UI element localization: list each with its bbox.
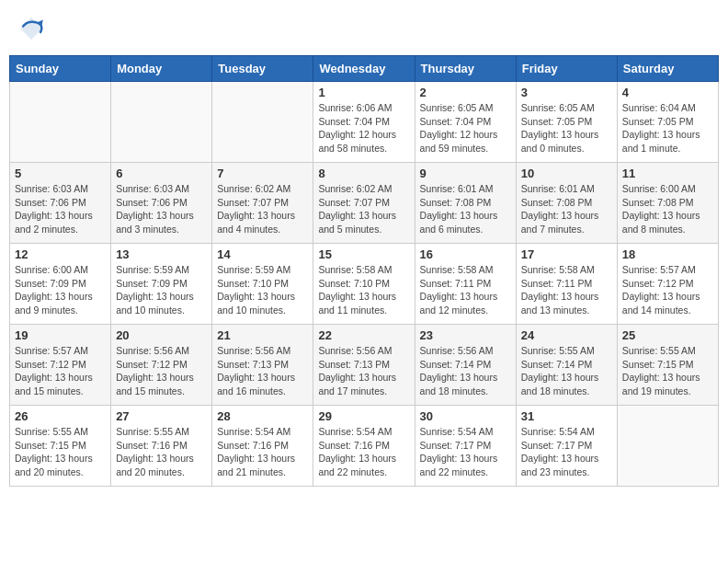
day-number: 21 xyxy=(217,328,308,342)
day-number: 19 xyxy=(15,328,106,342)
day-info: Sunrise: 5:56 AM Sunset: 7:12 PM Dayligh… xyxy=(116,344,207,398)
calendar-cell: 11Sunrise: 6:00 AM Sunset: 7:08 PM Dayli… xyxy=(617,163,718,244)
day-number: 4 xyxy=(622,86,713,99)
day-number: 25 xyxy=(622,328,713,342)
calendar-cell xyxy=(10,82,111,163)
day-number: 24 xyxy=(521,328,612,342)
day-info: Sunrise: 6:01 AM Sunset: 7:08 PM Dayligh… xyxy=(420,182,511,236)
weekday-header-wednesday: Wednesday xyxy=(313,56,415,82)
day-number: 31 xyxy=(521,409,612,423)
calendar-cell: 14Sunrise: 5:59 AM Sunset: 7:10 PM Dayli… xyxy=(212,244,313,325)
calendar-cell: 6Sunrise: 6:03 AM Sunset: 7:06 PM Daylig… xyxy=(111,163,212,244)
calendar-cell: 24Sunrise: 5:55 AM Sunset: 7:14 PM Dayli… xyxy=(516,325,617,406)
calendar-cell: 2Sunrise: 6:05 AM Sunset: 7:04 PM Daylig… xyxy=(415,82,516,163)
calendar-cell: 30Sunrise: 5:54 AM Sunset: 7:17 PM Dayli… xyxy=(415,406,516,487)
day-info: Sunrise: 5:55 AM Sunset: 7:15 PM Dayligh… xyxy=(622,344,713,398)
calendar-cell xyxy=(212,82,313,163)
calendar-cell: 17Sunrise: 5:58 AM Sunset: 7:11 PM Dayli… xyxy=(516,244,617,325)
weekday-header-sunday: Sunday xyxy=(10,56,111,82)
week-row-5: 26Sunrise: 5:55 AM Sunset: 7:15 PM Dayli… xyxy=(10,406,719,487)
day-info: Sunrise: 5:55 AM Sunset: 7:14 PM Dayligh… xyxy=(521,344,612,398)
calendar-cell xyxy=(111,82,212,163)
day-info: Sunrise: 5:54 AM Sunset: 7:17 PM Dayligh… xyxy=(521,425,612,479)
calendar-cell: 12Sunrise: 6:00 AM Sunset: 7:09 PM Dayli… xyxy=(10,244,111,325)
day-number: 29 xyxy=(318,409,409,423)
calendar-cell: 10Sunrise: 6:01 AM Sunset: 7:08 PM Dayli… xyxy=(516,163,617,244)
day-info: Sunrise: 6:04 AM Sunset: 7:05 PM Dayligh… xyxy=(622,101,713,155)
day-info: Sunrise: 5:58 AM Sunset: 7:10 PM Dayligh… xyxy=(318,263,409,317)
day-number: 9 xyxy=(420,167,511,180)
day-info: Sunrise: 5:58 AM Sunset: 7:11 PM Dayligh… xyxy=(420,263,511,317)
calendar-cell: 29Sunrise: 5:54 AM Sunset: 7:16 PM Dayli… xyxy=(313,406,415,487)
day-info: Sunrise: 5:56 AM Sunset: 7:14 PM Dayligh… xyxy=(420,344,511,398)
day-number: 20 xyxy=(116,328,207,342)
calendar-cell: 25Sunrise: 5:55 AM Sunset: 7:15 PM Dayli… xyxy=(617,325,718,406)
day-number: 28 xyxy=(217,409,308,423)
day-number: 18 xyxy=(622,247,713,261)
day-info: Sunrise: 5:55 AM Sunset: 7:16 PM Dayligh… xyxy=(116,425,207,479)
calendar-cell: 9Sunrise: 6:01 AM Sunset: 7:08 PM Daylig… xyxy=(415,163,516,244)
day-info: Sunrise: 5:54 AM Sunset: 7:16 PM Dayligh… xyxy=(217,425,308,479)
day-info: Sunrise: 6:01 AM Sunset: 7:08 PM Dayligh… xyxy=(521,182,612,236)
day-info: Sunrise: 5:56 AM Sunset: 7:13 PM Dayligh… xyxy=(217,344,308,398)
calendar-cell: 23Sunrise: 5:56 AM Sunset: 7:14 PM Dayli… xyxy=(415,325,516,406)
day-info: Sunrise: 6:06 AM Sunset: 7:04 PM Dayligh… xyxy=(318,101,409,155)
day-info: Sunrise: 5:59 AM Sunset: 7:09 PM Dayligh… xyxy=(116,263,207,317)
day-info: Sunrise: 5:56 AM Sunset: 7:13 PM Dayligh… xyxy=(318,344,409,398)
day-info: Sunrise: 5:59 AM Sunset: 7:10 PM Dayligh… xyxy=(217,263,308,317)
calendar-cell: 5Sunrise: 6:03 AM Sunset: 7:06 PM Daylig… xyxy=(10,163,111,244)
day-number: 3 xyxy=(521,86,612,99)
day-info: Sunrise: 6:05 AM Sunset: 7:05 PM Dayligh… xyxy=(521,101,612,155)
day-info: Sunrise: 6:02 AM Sunset: 7:07 PM Dayligh… xyxy=(217,182,308,236)
week-row-4: 19Sunrise: 5:57 AM Sunset: 7:12 PM Dayli… xyxy=(10,325,719,406)
day-number: 16 xyxy=(420,247,511,261)
day-number: 10 xyxy=(521,167,612,180)
day-number: 23 xyxy=(420,328,511,342)
weekday-header-friday: Friday xyxy=(516,56,617,82)
calendar-cell: 19Sunrise: 5:57 AM Sunset: 7:12 PM Dayli… xyxy=(10,325,111,406)
week-row-1: 1Sunrise: 6:06 AM Sunset: 7:04 PM Daylig… xyxy=(10,82,719,163)
day-info: Sunrise: 6:02 AM Sunset: 7:07 PM Dayligh… xyxy=(318,182,409,236)
day-number: 2 xyxy=(420,86,511,99)
day-number: 22 xyxy=(318,328,409,342)
day-number: 15 xyxy=(318,247,409,261)
calendar-table: SundayMondayTuesdayWednesdayThursdayFrid… xyxy=(9,55,719,487)
day-number: 5 xyxy=(15,167,106,180)
calendar-cell: 28Sunrise: 5:54 AM Sunset: 7:16 PM Dayli… xyxy=(212,406,313,487)
page-header xyxy=(9,9,719,48)
calendar-cell: 13Sunrise: 5:59 AM Sunset: 7:09 PM Dayli… xyxy=(111,244,212,325)
day-number: 30 xyxy=(420,409,511,423)
weekday-header-tuesday: Tuesday xyxy=(212,56,313,82)
day-info: Sunrise: 5:54 AM Sunset: 7:16 PM Dayligh… xyxy=(318,425,409,479)
day-info: Sunrise: 6:00 AM Sunset: 7:08 PM Dayligh… xyxy=(622,182,713,236)
day-info: Sunrise: 5:54 AM Sunset: 7:17 PM Dayligh… xyxy=(420,425,511,479)
day-number: 17 xyxy=(521,247,612,261)
calendar-cell: 4Sunrise: 6:04 AM Sunset: 7:05 PM Daylig… xyxy=(617,82,718,163)
day-info: Sunrise: 5:57 AM Sunset: 7:12 PM Dayligh… xyxy=(15,344,106,398)
calendar-cell: 1Sunrise: 6:06 AM Sunset: 7:04 PM Daylig… xyxy=(313,82,415,163)
day-number: 14 xyxy=(217,247,308,261)
calendar-cell: 22Sunrise: 5:56 AM Sunset: 7:13 PM Dayli… xyxy=(313,325,415,406)
day-info: Sunrise: 6:03 AM Sunset: 7:06 PM Dayligh… xyxy=(15,182,106,236)
day-number: 7 xyxy=(217,167,308,180)
logo-icon xyxy=(17,14,46,43)
day-number: 6 xyxy=(116,167,207,180)
day-info: Sunrise: 6:03 AM Sunset: 7:06 PM Dayligh… xyxy=(116,182,207,236)
day-number: 27 xyxy=(116,409,207,423)
calendar-cell: 15Sunrise: 5:58 AM Sunset: 7:10 PM Dayli… xyxy=(313,244,415,325)
calendar-cell: 16Sunrise: 5:58 AM Sunset: 7:11 PM Dayli… xyxy=(415,244,516,325)
day-number: 11 xyxy=(622,167,713,180)
calendar-cell: 26Sunrise: 5:55 AM Sunset: 7:15 PM Dayli… xyxy=(10,406,111,487)
calendar-cell: 18Sunrise: 5:57 AM Sunset: 7:12 PM Dayli… xyxy=(617,244,718,325)
day-number: 13 xyxy=(116,247,207,261)
calendar-cell: 3Sunrise: 6:05 AM Sunset: 7:05 PM Daylig… xyxy=(516,82,617,163)
day-number: 1 xyxy=(318,86,409,99)
calendar-cell: 20Sunrise: 5:56 AM Sunset: 7:12 PM Dayli… xyxy=(111,325,212,406)
week-row-3: 12Sunrise: 6:00 AM Sunset: 7:09 PM Dayli… xyxy=(10,244,719,325)
calendar-cell: 27Sunrise: 5:55 AM Sunset: 7:16 PM Dayli… xyxy=(111,406,212,487)
day-info: Sunrise: 5:57 AM Sunset: 7:12 PM Dayligh… xyxy=(622,263,713,317)
week-row-2: 5Sunrise: 6:03 AM Sunset: 7:06 PM Daylig… xyxy=(10,163,719,244)
day-info: Sunrise: 6:00 AM Sunset: 7:09 PM Dayligh… xyxy=(15,263,106,317)
weekday-header-thursday: Thursday xyxy=(415,56,516,82)
logo xyxy=(17,14,50,43)
